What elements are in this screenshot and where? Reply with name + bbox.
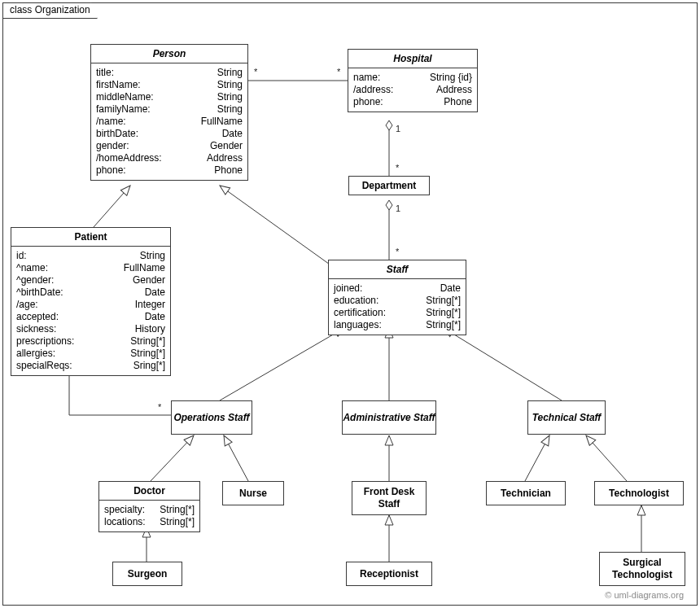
class-body: joined:Dateeducation:String[*]certificat… — [329, 279, 466, 335]
class-title: Administrative Staff — [343, 412, 435, 424]
attr-type: String[*] — [160, 504, 195, 516]
class-body: name:String {id}/address:Addressphone:Ph… — [348, 68, 477, 112]
class-department: Department — [348, 176, 430, 195]
class-body: title:StringfirstName:StringmiddleName:S… — [91, 63, 247, 180]
class-front-desk-staff: Front Desk Staff — [352, 481, 427, 515]
class-receptionist: Receptionist — [346, 562, 432, 586]
attr-type: Gender — [210, 140, 243, 152]
class-nurse: Nurse — [222, 481, 284, 505]
class-title: Person — [91, 45, 247, 63]
class-title: Surgeon — [128, 568, 168, 580]
attr-name: /address: — [353, 84, 393, 96]
attr-type: FullName — [124, 262, 165, 274]
attr-type: String — [217, 91, 243, 103]
class-title: Surgical Technologist — [600, 557, 685, 581]
class-surgical-technologist: Surgical Technologist — [599, 552, 685, 586]
class-hospital: Hospital name:String {id}/address:Addres… — [348, 49, 478, 112]
mult: * — [337, 67, 340, 77]
attr-type: FullName — [201, 116, 243, 128]
attr-name: name: — [353, 72, 380, 84]
attr-type: String — [217, 103, 243, 116]
attr-name: title: — [96, 67, 114, 79]
class-technologist: Technologist — [594, 481, 684, 505]
attr-name: firstName: — [96, 79, 141, 91]
class-body: specialty:String[*]locations:String[*] — [99, 501, 199, 531]
attr-type: Date — [222, 128, 243, 140]
watermark: © uml-diagrams.org — [605, 590, 684, 600]
attr-type: String — [217, 79, 243, 91]
attr-name: certification: — [334, 307, 386, 319]
attr-type: String[*] — [426, 307, 461, 319]
mult: * — [158, 402, 161, 412]
attr-name: prescriptions: — [16, 335, 74, 348]
class-person: Person title:StringfirstName:Stringmiddl… — [90, 44, 248, 181]
class-patient: Patient id:String^name:FullName^gender:G… — [11, 227, 171, 376]
class-title: Front Desk Staff — [352, 486, 426, 510]
attr-name: familyName: — [96, 103, 151, 116]
attr-name: specialty: — [104, 504, 145, 516]
attr-name: sickness: — [16, 323, 56, 335]
class-technical-staff: Technical Staff — [527, 400, 606, 435]
attr-type: Address — [207, 152, 243, 164]
mult: * — [396, 247, 399, 256]
attr-type: Date — [440, 282, 461, 295]
attr-name: birthDate: — [96, 128, 138, 140]
attr-type: String {id} — [430, 72, 472, 84]
class-title: Receptionist — [360, 568, 418, 580]
attr-name: id: — [16, 250, 27, 262]
attr-name: joined: — [334, 282, 362, 295]
attr-name: /name: — [96, 116, 126, 128]
attr-type: Integer — [135, 299, 165, 311]
mult: 1 — [396, 124, 400, 133]
attr-name: accepted: — [16, 311, 59, 323]
class-title: Technical Staff — [532, 412, 602, 424]
attr-type: Date — [145, 287, 165, 299]
attr-name: allergies: — [16, 348, 55, 360]
attr-name: gender: — [96, 140, 129, 152]
class-doctor: Doctor specialty:String[*]locations:Stri… — [98, 481, 200, 532]
frame-label: class Organization — [2, 2, 98, 19]
class-technician: Technician — [486, 481, 566, 505]
attr-name: locations: — [104, 516, 146, 528]
attr-type: String — [140, 250, 165, 262]
class-title: Hospital — [348, 50, 477, 68]
class-surgeon: Surgeon — [112, 562, 182, 586]
attr-name: ^birthDate: — [16, 287, 63, 299]
attr-name: /age: — [16, 299, 38, 311]
class-title: Staff — [329, 260, 466, 279]
attr-name: ^gender: — [16, 274, 54, 287]
class-title: Technologist — [609, 488, 669, 499]
attr-name: languages: — [334, 319, 382, 331]
attr-type: String[*] — [160, 516, 195, 528]
attr-name: phone: — [353, 96, 383, 108]
attr-type: String[*] — [130, 348, 165, 360]
attr-name: /homeAddress: — [96, 152, 162, 164]
attr-type: Gender — [133, 274, 165, 287]
attr-name: middleName: — [96, 91, 154, 103]
attr-type: Date — [145, 311, 165, 323]
attr-type: String — [217, 67, 243, 79]
class-body: id:String^name:FullName^gender:Gender^bi… — [11, 247, 170, 375]
attr-name: education: — [334, 295, 378, 307]
class-operations-staff: Operations Staff — [171, 400, 252, 435]
class-staff: Staff joined:Dateeducation:String[*]cert… — [328, 260, 466, 335]
class-title: Doctor — [99, 482, 199, 501]
attr-type: Phone — [444, 96, 472, 108]
class-title: Technician — [501, 488, 551, 499]
diagram-canvas: class Organization — [0, 0, 700, 608]
mult: * — [254, 67, 257, 77]
attr-type: Phone — [214, 164, 243, 177]
class-title: Department — [349, 177, 429, 195]
attr-name: ^name: — [16, 262, 48, 274]
class-title: Nurse — [239, 488, 267, 499]
attr-type: String[*] — [426, 319, 461, 331]
attr-name: specialReqs: — [16, 360, 72, 372]
mult: * — [396, 163, 399, 173]
attr-name: phone: — [96, 164, 126, 177]
attr-type: Sring[*] — [133, 360, 165, 372]
attr-type: String[*] — [130, 335, 165, 348]
attr-type: Address — [436, 84, 472, 96]
class-title: Patient — [11, 228, 170, 247]
mult: 1 — [396, 203, 400, 213]
attr-type: String[*] — [426, 295, 461, 307]
